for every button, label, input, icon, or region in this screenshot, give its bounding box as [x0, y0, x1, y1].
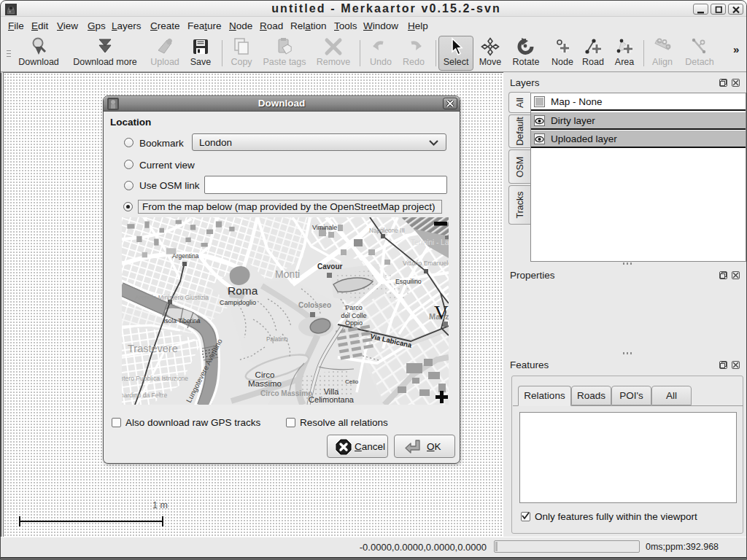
svg-text:Roma: Roma: [228, 284, 258, 297]
svg-text:Celio: Celio: [345, 378, 359, 385]
svg-text:Argentina: Argentina: [172, 252, 199, 260]
svg-text:stero Pubblica Istruzione: stero Pubblica Istruzione: [122, 375, 188, 382]
svg-text:Massimo: Massimo: [248, 379, 282, 388]
svg-text:Termini - La: Termini - La: [411, 238, 449, 246]
svg-text:Celimontana: Celimontana: [309, 395, 355, 404]
svg-text:Cavour: Cavour: [317, 262, 343, 271]
svg-text:Esquilino: Esquilino: [395, 278, 422, 285]
svg-text:Circo Massimo: Circo Massimo: [260, 389, 312, 397]
svg-text:Vittorio Emanuele: Vittorio Emanuele: [403, 260, 449, 267]
svg-text:Trastevere: Trastevere: [128, 343, 178, 354]
svg-text:Parco: Parco: [345, 304, 363, 311]
svg-text:Arenula Ministero Giustizia: Arenula Ministero Giustizia: [135, 294, 209, 301]
svg-text:Circo: Circo: [255, 370, 275, 379]
svg-text:Colosseo: Colosseo: [298, 301, 331, 309]
svg-text:Monti: Monti: [275, 268, 300, 280]
svg-text:Viminale: Viminale: [312, 224, 337, 231]
svg-text:del Colle: del Colle: [341, 312, 366, 319]
svg-text:nardino da Feltre: nardino da Feltre: [122, 392, 168, 399]
svg-text:Campidoglio: Campidoglio: [220, 299, 256, 306]
svg-text:Palatino: Palatino: [266, 336, 288, 343]
svg-text:Napoleone III: Napoleone III: [369, 228, 405, 234]
svg-text:V: V: [434, 302, 449, 324]
svg-text:Isola Tiberina: Isola Tiberina: [163, 317, 201, 324]
svg-text:Oppio: Oppio: [345, 319, 363, 327]
